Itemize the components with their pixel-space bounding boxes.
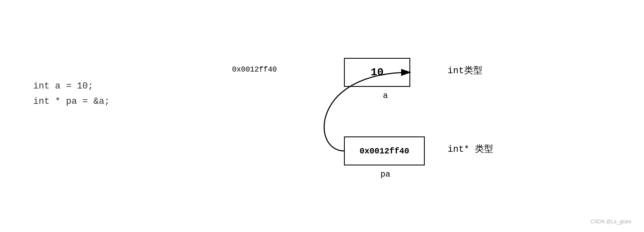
type-label-pa: int* 类型: [448, 143, 493, 155]
watermark: CSDN @La_gloire: [591, 219, 632, 225]
memory-box-pa: 0x0012ff40: [344, 136, 425, 165]
varname-pa-label: pa: [369, 170, 402, 179]
diagram: 0x0012ff40 10 a 0x0012ff40 pa int类型 int*…: [228, 37, 518, 203]
type-label-a: int类型: [448, 64, 482, 77]
code-line-1: int a = 10;: [33, 79, 110, 94]
box-pa-value: 0x0012ff40: [359, 146, 409, 156]
memory-box-a: 10: [344, 58, 410, 87]
varname-a-label: a: [369, 91, 402, 100]
code-line-2: int * pa = &a;: [33, 94, 110, 109]
box-a-value: 10: [370, 66, 383, 79]
code-block: int a = 10; int * pa = &a;: [33, 79, 110, 110]
address-label-a: 0x0012ff40: [232, 65, 277, 74]
